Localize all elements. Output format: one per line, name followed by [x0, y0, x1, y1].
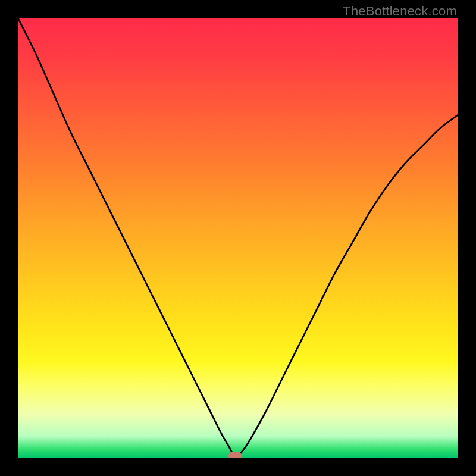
curve-svg	[18, 18, 458, 458]
chart-frame: TheBottleneck.com	[0, 0, 476, 476]
minimum-marker	[228, 452, 242, 458]
plot-area	[18, 18, 458, 458]
bottleneck-curve	[18, 18, 458, 456]
watermark-text: TheBottleneck.com	[343, 4, 457, 19]
